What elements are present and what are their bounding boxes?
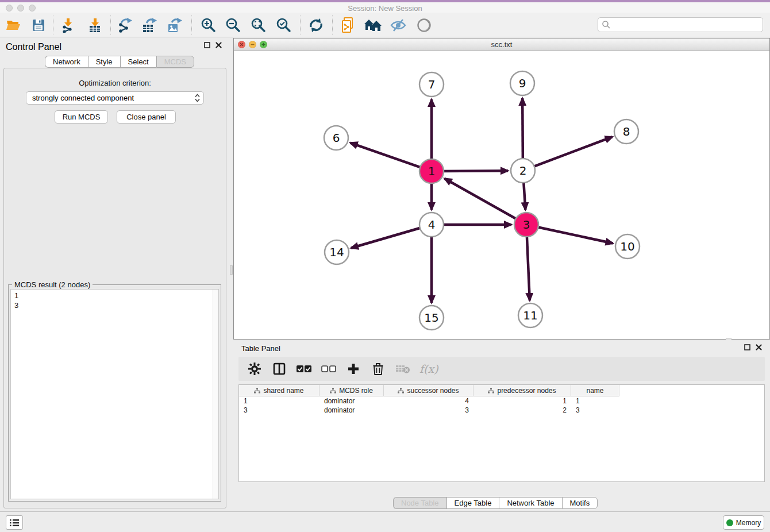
column-header-mcds-role[interactable]: MCDS role	[319, 385, 384, 396]
graph-node-label: 3	[523, 218, 530, 232]
column-view-button[interactable]	[271, 361, 287, 377]
deselect-all-icon	[321, 365, 336, 373]
mcds-result-textarea[interactable]: 1 3	[10, 289, 219, 499]
graph-node[interactable]: 4	[419, 213, 444, 237]
show-eye-icon	[417, 18, 432, 33]
select-all-button[interactable]	[296, 361, 312, 377]
graph-edge[interactable]	[445, 179, 522, 222]
graph-node[interactable]: 3	[514, 213, 538, 237]
status-bar: Memory	[0, 511, 770, 532]
deselect-all-button[interactable]	[321, 361, 337, 377]
export-network-button[interactable]	[117, 17, 134, 34]
mcds-result-title: MCDS result (2 nodes)	[12, 280, 93, 289]
zoom-in-button[interactable]	[200, 17, 217, 34]
save-session-button[interactable]	[30, 17, 47, 34]
memory-button[interactable]: Memory	[723, 515, 764, 530]
network-graph[interactable]: 1234678910111415	[234, 51, 769, 339]
table-row[interactable]: 1 dominator 4 1 1	[239, 396, 764, 406]
graph-edge[interactable]	[522, 98, 523, 166]
toolbar-separator	[191, 16, 192, 34]
zoom-out-button[interactable]	[225, 17, 242, 34]
graph-node[interactable]: 8	[614, 119, 638, 144]
tab-network-table[interactable]: Network Table	[499, 497, 561, 509]
tab-style[interactable]: Style	[88, 56, 120, 68]
delete-table-button[interactable]	[395, 361, 411, 377]
tab-mcds[interactable]: MCDS	[156, 56, 194, 68]
graph-node[interactable]: 14	[325, 240, 349, 264]
open-session-button[interactable]	[5, 17, 22, 34]
result-scrollbar[interactable]	[213, 290, 218, 499]
column-header-predecessor-nodes[interactable]: predecessor nodes	[473, 385, 571, 396]
close-panel-button[interactable]: Close panel	[117, 110, 176, 124]
clone-network-button[interactable]	[339, 17, 356, 34]
float-panel-icon[interactable]	[744, 344, 750, 350]
tab-network[interactable]: Network	[45, 56, 88, 68]
zoom-fit-button[interactable]	[250, 17, 267, 34]
run-mcds-button[interactable]: Run MCDS	[55, 110, 108, 124]
search-icon	[602, 20, 611, 29]
column-header-name[interactable]: name	[571, 385, 619, 396]
graph-node[interactable]: 10	[615, 234, 640, 259]
criterion-value: strongly connected component	[32, 94, 195, 102]
result-line: 3	[14, 300, 215, 310]
column-header-shared-name[interactable]: shared name	[239, 385, 319, 396]
cell-predecessor-nodes: 1	[473, 396, 571, 406]
close-panel-icon[interactable]	[756, 344, 762, 350]
graph-node[interactable]: 6	[324, 126, 348, 150]
graph-edge[interactable]	[351, 226, 427, 248]
delete-column-button[interactable]	[370, 361, 386, 377]
cell-shared-name: 1	[239, 396, 319, 406]
cell-predecessor-nodes: 2	[473, 406, 571, 415]
task-history-button[interactable]	[6, 515, 23, 530]
graph-node[interactable]: 9	[510, 71, 534, 95]
close-panel-icon[interactable]	[215, 42, 222, 48]
home-button[interactable]	[364, 17, 382, 34]
hide-panel-button[interactable]	[390, 17, 407, 34]
column-header-successor-nodes[interactable]: successor nodes	[384, 385, 473, 396]
table-row[interactable]: 3 dominator 3 2 3	[239, 406, 764, 415]
mcds-result-groupbox: MCDS result (2 nodes) 1 3	[8, 284, 221, 502]
main-toolbar	[0, 13, 770, 37]
table-tabs: Node Table Edge Table Network Table Moti…	[393, 497, 598, 509]
search-input[interactable]	[611, 19, 763, 30]
add-column-button[interactable]	[345, 361, 361, 377]
add-column-icon	[348, 363, 359, 375]
graph-node[interactable]: 2	[511, 159, 535, 183]
function-builder-button[interactable]: f(x)	[419, 361, 438, 377]
tab-edge-table[interactable]: Edge Table	[446, 497, 499, 509]
clone-network-icon	[341, 17, 355, 33]
hide-panel-eye-icon	[390, 18, 406, 32]
import-table-button[interactable]	[87, 17, 104, 34]
graph-node[interactable]: 7	[419, 72, 444, 97]
tab-select[interactable]: Select	[120, 56, 156, 68]
criterion-dropdown[interactable]: strongly connected component	[26, 91, 204, 105]
graph-edge[interactable]	[526, 229, 529, 300]
refresh-button[interactable]	[307, 17, 325, 34]
graph-node[interactable]: 15	[419, 306, 444, 330]
zoom-in-icon	[201, 18, 216, 33]
graph-node[interactable]: 1	[419, 159, 444, 183]
graph-node[interactable]: 11	[518, 303, 542, 327]
table-header-row: shared name MCDS role successor nodes pr…	[239, 385, 764, 396]
graph-edge[interactable]	[531, 226, 613, 244]
memory-status-dot	[726, 519, 733, 526]
show-eye-button[interactable]	[415, 17, 433, 34]
graph-edge[interactable]	[527, 137, 612, 169]
table-settings-button[interactable]	[247, 361, 263, 377]
tab-node-table[interactable]: Node Table	[393, 497, 446, 509]
search-field[interactable]	[598, 17, 763, 32]
control-panel-title: Control Panel	[6, 42, 61, 52]
zoom-selected-button[interactable]	[275, 17, 292, 34]
export-image-button[interactable]	[167, 17, 184, 34]
import-network-button[interactable]	[60, 17, 77, 34]
splitter-handle[interactable]	[230, 265, 233, 275]
float-panel-icon[interactable]	[204, 42, 210, 48]
tab-motifs[interactable]: Motifs	[562, 497, 598, 509]
graph-edge[interactable]	[436, 171, 508, 171]
session-title: Session: New Session	[0, 4, 770, 13]
graph-edge[interactable]	[351, 143, 428, 170]
export-table-button[interactable]	[142, 17, 159, 34]
network-window-title: scc.txt	[234, 40, 769, 49]
gear-icon	[248, 363, 261, 375]
toolbar-separator	[332, 16, 333, 34]
